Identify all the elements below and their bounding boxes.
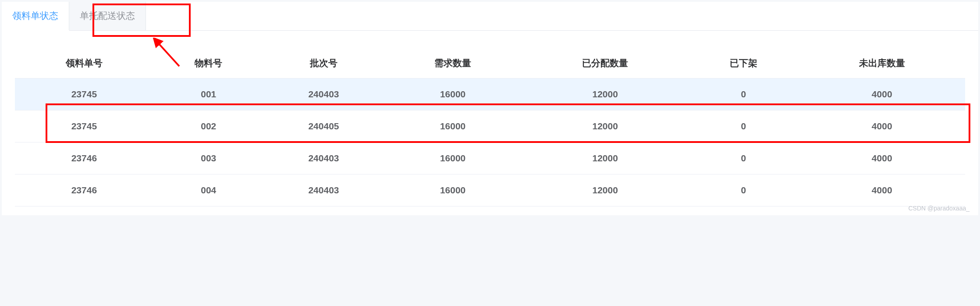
table-row[interactable]: 23745002240405160001200004000 <box>15 110 965 142</box>
table-cell: 0 <box>688 142 799 174</box>
col-header-batch-no: 批次号 <box>264 48 383 78</box>
table-cell: 4000 <box>799 142 965 174</box>
table-cell: 4000 <box>799 78 965 110</box>
table-cell: 23746 <box>15 142 153 174</box>
col-header-order-no: 领料单号 <box>15 48 153 78</box>
table-cell: 23745 <box>15 78 153 110</box>
table-cell: 16000 <box>383 142 522 174</box>
col-header-demand-qty: 需求数量 <box>383 48 522 78</box>
tab-pallet-delivery-status[interactable]: 单托配送状态 <box>69 2 146 30</box>
tab-pick-status[interactable]: 领料单状态 <box>2 2 69 31</box>
data-table: 领料单号 物料号 批次号 需求数量 已分配数量 已下架 未出库数量 237450… <box>15 48 965 206</box>
table-cell: 002 <box>153 110 264 142</box>
table-cell: 16000 <box>383 174 522 206</box>
table-cell: 4000 <box>799 174 965 206</box>
col-header-material-no: 物料号 <box>153 48 264 78</box>
col-header-off-shelf: 已下架 <box>688 48 799 78</box>
table-row[interactable]: 23746004240403160001200004000 <box>15 174 965 206</box>
table-cell: 23746 <box>15 174 153 206</box>
table-row[interactable]: 23745001240403160001200004000 <box>15 78 965 110</box>
table-cell: 240405 <box>264 110 383 142</box>
table-wrapper: 领料单号 物料号 批次号 需求数量 已分配数量 已下架 未出库数量 237450… <box>2 31 978 215</box>
table-cell: 4000 <box>799 110 965 142</box>
table-row[interactable]: 23746003240403160001200004000 <box>15 142 965 174</box>
table-cell: 004 <box>153 174 264 206</box>
table-cell: 240403 <box>264 78 383 110</box>
table-cell: 23745 <box>15 110 153 142</box>
table-header-row: 领料单号 物料号 批次号 需求数量 已分配数量 已下架 未出库数量 <box>15 48 965 78</box>
table-cell: 12000 <box>522 174 689 206</box>
table-cell: 12000 <box>522 110 689 142</box>
table-cell: 001 <box>153 78 264 110</box>
table-cell: 003 <box>153 142 264 174</box>
table-cell: 240403 <box>264 142 383 174</box>
watermark-text: CSDN @paradoxaaa_ <box>908 205 969 212</box>
table-cell: 12000 <box>522 78 689 110</box>
table-cell: 0 <box>688 78 799 110</box>
main-container: 领料单状态 单托配送状态 领料单号 物料号 批次号 需求数量 已分配数量 已下架… <box>2 2 978 215</box>
table-cell: 0 <box>688 174 799 206</box>
table-cell: 12000 <box>522 142 689 174</box>
table-cell: 240403 <box>264 174 383 206</box>
table-cell: 16000 <box>383 78 522 110</box>
col-header-allocated-qty: 已分配数量 <box>522 48 689 78</box>
tab-bar: 领料单状态 单托配送状态 <box>2 2 978 31</box>
table-cell: 16000 <box>383 110 522 142</box>
col-header-not-out-qty: 未出库数量 <box>799 48 965 78</box>
table-cell: 0 <box>688 110 799 142</box>
